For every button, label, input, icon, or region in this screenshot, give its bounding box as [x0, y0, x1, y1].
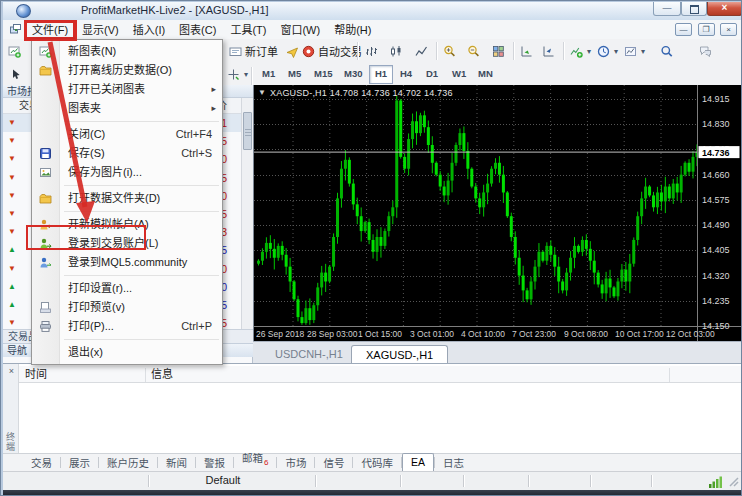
- file-menu-item-label: 打开离线历史数据(O): [68, 64, 172, 76]
- file-menu-item-exit[interactable]: 退出(x): [32, 343, 222, 362]
- file-menu-item-print[interactable]: 打印(P)...Ctrl+P: [32, 317, 222, 336]
- send-button[interactable]: [284, 42, 301, 60]
- bar-chart-button[interactable]: [363, 42, 380, 60]
- file-menu-item-login-mql5[interactable]: 登录到MQL5.community: [32, 253, 222, 272]
- zoom-out-button[interactable]: [465, 42, 482, 60]
- title-bar[interactable]: ProfitMarketHK-Live2 - [XAGUSD-,H1] — ×: [3, 2, 741, 21]
- terminal-tab-account-history[interactable]: 账户历史: [99, 455, 157, 471]
- menu-item-file[interactable]: 文件(F): [25, 21, 75, 39]
- file-menu-item-open-demo-account[interactable]: 开新模拟帐户(A): [32, 215, 222, 234]
- file-menu-item-save[interactable]: 保存(S)Ctrl+S: [32, 144, 222, 163]
- file-menu-item-label: 关闭(C): [68, 128, 105, 140]
- timeframe-m1[interactable]: M1: [257, 65, 280, 82]
- terminal-tab-alerts[interactable]: 警报: [196, 455, 233, 471]
- line-chart-button[interactable]: [413, 42, 430, 60]
- child-minimize-button[interactable]: —: [675, 23, 692, 36]
- menu-separator: [32, 272, 222, 279]
- menu-item-tools[interactable]: 工具(T): [223, 21, 273, 39]
- scale-down-icon: [542, 45, 555, 58]
- terminal-tab-mailbox[interactable]: 邮箱6: [234, 450, 276, 471]
- file-menu-item-login-trade-account[interactable]: 登录到交易账户(L): [32, 234, 222, 253]
- menu-item-charts[interactable]: 图表(C): [172, 21, 223, 39]
- timeframe-m5[interactable]: M5: [283, 65, 306, 82]
- tile-windows-button[interactable]: [490, 42, 507, 60]
- new-order-button-label: 新订单: [245, 43, 278, 59]
- trend-down-icon: ▼: [8, 187, 16, 205]
- terminal-close-button[interactable]: ×: [6, 366, 17, 377]
- timeframe-h4[interactable]: H4: [395, 65, 417, 82]
- chart-tab-xagusd[interactable]: XAGUSD-,H1: [351, 345, 448, 364]
- file-menu-item-profiles[interactable]: 图表夹▸: [32, 99, 222, 118]
- file-menu-item-open-offline[interactable]: 打开离线历史数据(O): [32, 61, 222, 80]
- timeframe-mn[interactable]: MN: [473, 65, 498, 82]
- cursor-button[interactable]: [7, 65, 24, 83]
- maximize-button[interactable]: [681, 2, 707, 16]
- child-restore-button[interactable]: ❐: [698, 23, 715, 36]
- terminal-column-message[interactable]: 信息: [151, 366, 173, 382]
- dropdown-icon: ▾: [641, 47, 645, 56]
- market-watch-scrollbar[interactable]: [241, 98, 253, 342]
- templates-button[interactable]: ▾: [622, 42, 647, 60]
- menu-item-view[interactable]: 显示(V): [75, 21, 126, 39]
- file-menu-item-print-preview[interactable]: 打印预览(v): [32, 298, 222, 317]
- status-profile-default[interactable]: Default: [148, 474, 298, 486]
- zoom-in-button[interactable]: [441, 42, 458, 60]
- file-menu-item-new-chart[interactable]: 新图表(N): [32, 42, 222, 61]
- timeframe-m15[interactable]: M15: [309, 65, 337, 82]
- terminal-tab-code-base[interactable]: 代码库: [353, 455, 401, 471]
- folder-icon: [39, 64, 52, 77]
- terminal-tab-experts[interactable]: EA: [402, 453, 434, 471]
- file-menu-item-open-data-folder[interactable]: 打开数据文件夹(D): [32, 189, 222, 208]
- autotrade-button[interactable]: 自动交易: [300, 42, 364, 60]
- column-divider[interactable]: [145, 368, 146, 382]
- column-divider[interactable]: [669, 368, 670, 382]
- new-order-button[interactable]: 新订单: [227, 42, 280, 60]
- terminal-tab-label: 新闻: [166, 457, 187, 469]
- app-window: ProfitMarketHK-Live2 - [XAGUSD-,H1] — × …: [0, 0, 742, 496]
- chart-tab-usdcnh[interactable]: USDCNH-,H1: [261, 345, 357, 363]
- periods-button[interactable]: ▾: [595, 42, 620, 60]
- trend-up-icon: ▲: [8, 278, 16, 296]
- draw-tools-button[interactable]: ▾: [225, 65, 250, 83]
- candlestick-button[interactable]: [388, 42, 405, 60]
- file-menu-item-save-picture[interactable]: 保存为图片(i)...: [32, 163, 222, 182]
- timeframe-m30[interactable]: M30: [339, 65, 367, 82]
- chart-window[interactable]: 14.91514.83014.74514.66014.57514.49014.4…: [253, 85, 741, 341]
- price-chart[interactable]: 14.91514.83014.74514.66014.57514.49014.4…: [254, 85, 741, 341]
- toolbar-separator: [357, 42, 358, 60]
- terminal-tab-trade[interactable]: 交易: [23, 455, 60, 471]
- terminal-column-time[interactable]: 时间: [25, 366, 47, 382]
- terminal-tab-exposure[interactable]: 展示: [61, 455, 98, 471]
- terminal-tab-journal[interactable]: 日志: [435, 455, 472, 471]
- file-menu-item-close[interactable]: 关闭(C)Ctrl+F4: [32, 125, 222, 144]
- menu-item-window[interactable]: 窗口(W): [273, 21, 327, 39]
- dropdown-icon: ▾: [244, 70, 248, 79]
- indicators-button[interactable]: ▾: [568, 42, 593, 60]
- window-title: ProfitMarketHK-Live2 - [XAGUSD-,H1]: [81, 4, 269, 16]
- chat-button[interactable]: [697, 42, 714, 60]
- terminal-tab-signals[interactable]: 信号: [315, 455, 352, 471]
- chart-tab-bar: USDCNH-,H1XAGUSD-,H1: [253, 341, 741, 363]
- close-button[interactable]: ×: [707, 2, 742, 16]
- search-button[interactable]: [658, 42, 675, 60]
- time-axis-label: 26 Sep 2018: [256, 329, 304, 339]
- menu-item-insert[interactable]: 插入(I): [126, 21, 172, 39]
- scale-up-button[interactable]: [518, 42, 535, 60]
- terminal-tab-news[interactable]: 新闻: [158, 455, 195, 471]
- chart-system-menu-icon[interactable]: [9, 23, 22, 36]
- scrollbar-thumb[interactable]: [243, 112, 252, 150]
- new-chart-icon: [8, 45, 21, 58]
- terminal-tab-market[interactable]: 市场: [277, 455, 314, 471]
- menu-item-help[interactable]: 帮助(H): [327, 21, 378, 39]
- new-chart-button[interactable]: [6, 42, 23, 60]
- scale-down-button[interactable]: [540, 42, 557, 60]
- timeframe-w1[interactable]: W1: [447, 65, 471, 82]
- file-menu-item-open-deleted[interactable]: 打开已关闭图表▸: [32, 80, 222, 99]
- file-menu-item-print-setup[interactable]: 打印设置(r)...: [32, 279, 222, 298]
- window-bottom-frame: [3, 490, 741, 495]
- minimize-button[interactable]: —: [653, 2, 681, 16]
- child-close-button[interactable]: ×: [720, 23, 737, 36]
- timeframe-h1[interactable]: H1: [369, 65, 393, 84]
- timeframe-d1[interactable]: D1: [421, 65, 443, 82]
- resize-grip[interactable]: [727, 475, 740, 488]
